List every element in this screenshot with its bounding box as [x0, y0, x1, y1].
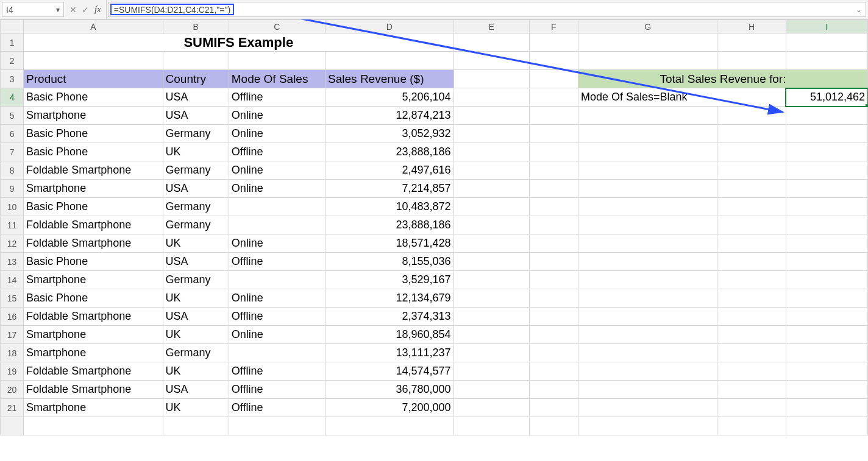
row-header[interactable]: 3: [1, 70, 24, 88]
cell[interactable]: [163, 52, 229, 70]
cell[interactable]: [454, 289, 529, 308]
row-header[interactable]: 6: [1, 125, 24, 143]
cell-product[interactable]: Smartphone: [24, 344, 163, 362]
cell[interactable]: [717, 326, 786, 344]
cell[interactable]: [578, 271, 717, 289]
cell-country[interactable]: USA: [163, 107, 229, 125]
cell[interactable]: [578, 234, 717, 253]
cell[interactable]: [786, 52, 867, 70]
cell[interactable]: [786, 344, 867, 362]
cell[interactable]: [24, 52, 163, 70]
row-header[interactable]: 17: [1, 326, 24, 344]
cell[interactable]: [717, 180, 786, 198]
row-header[interactable]: 20: [1, 381, 24, 399]
cell-mode[interactable]: [229, 271, 325, 289]
cell-product[interactable]: Basic Phone: [24, 289, 163, 308]
cell[interactable]: [529, 70, 578, 88]
cell[interactable]: [529, 308, 578, 326]
accept-icon[interactable]: ✓: [80, 5, 91, 15]
cell[interactable]: [529, 326, 578, 344]
cell-country[interactable]: USA: [163, 253, 229, 271]
cell-revenue[interactable]: 7,214,857: [326, 180, 454, 198]
cell[interactable]: [454, 344, 529, 362]
cell[interactable]: [578, 344, 717, 362]
cell[interactable]: [454, 88, 529, 107]
cell[interactable]: [529, 289, 578, 308]
cell[interactable]: [578, 143, 717, 161]
row-header[interactable]: 4: [1, 88, 24, 107]
cell[interactable]: [454, 125, 529, 143]
cell[interactable]: [578, 52, 717, 70]
cell[interactable]: [786, 271, 867, 289]
cell[interactable]: [717, 399, 786, 417]
formula-input[interactable]: =SUMIFS(D4:D21,C4:C21,"=") ⌄: [108, 2, 866, 17]
cell[interactable]: [529, 271, 578, 289]
cell-product[interactable]: Basic Phone: [24, 198, 163, 216]
col-header-D[interactable]: D: [326, 20, 454, 33]
cell-mode[interactable]: Offline: [229, 399, 325, 417]
cell-product[interactable]: Basic Phone: [24, 88, 163, 107]
cell[interactable]: [529, 52, 578, 70]
cell-mode[interactable]: Online: [229, 234, 325, 253]
cell-revenue[interactable]: 8,155,036: [326, 253, 454, 271]
cancel-icon[interactable]: ✕: [68, 5, 79, 15]
cell-revenue[interactable]: 5,206,104: [326, 88, 454, 107]
cell-revenue[interactable]: 3,052,932: [326, 125, 454, 143]
cell[interactable]: [717, 381, 786, 399]
cell[interactable]: [786, 125, 867, 143]
cell[interactable]: [326, 417, 454, 435]
cell[interactable]: [717, 161, 786, 180]
row-header[interactable]: 9: [1, 180, 24, 198]
cell-revenue[interactable]: 2,374,313: [326, 308, 454, 326]
cell-revenue[interactable]: 14,574,577: [326, 362, 454, 381]
row-header[interactable]: 10: [1, 198, 24, 216]
cell-product[interactable]: Foldable Smartphone: [24, 234, 163, 253]
cell[interactable]: [786, 161, 867, 180]
cell[interactable]: [529, 180, 578, 198]
row-header[interactable]: 8: [1, 161, 24, 180]
cell[interactable]: [454, 216, 529, 234]
cell[interactable]: [786, 417, 867, 435]
cell[interactable]: [454, 326, 529, 344]
cell[interactable]: [786, 289, 867, 308]
cell[interactable]: [717, 52, 786, 70]
col-header-I[interactable]: I: [786, 20, 867, 33]
cell-country[interactable]: UK: [163, 399, 229, 417]
cell[interactable]: [529, 253, 578, 271]
header-revenue[interactable]: Sales Revenue ($): [326, 70, 454, 88]
cell[interactable]: [454, 143, 529, 161]
cell[interactable]: [717, 125, 786, 143]
row-header[interactable]: 19: [1, 362, 24, 381]
cell[interactable]: [717, 253, 786, 271]
cell-product[interactable]: Smartphone: [24, 271, 163, 289]
cell[interactable]: [786, 381, 867, 399]
cell[interactable]: [454, 52, 529, 70]
cell-country[interactable]: Germany: [163, 216, 229, 234]
cell[interactable]: [529, 161, 578, 180]
cell-country[interactable]: USA: [163, 180, 229, 198]
cell[interactable]: [717, 216, 786, 234]
cell[interactable]: [454, 271, 529, 289]
cell-mode[interactable]: Online: [229, 326, 325, 344]
col-header-H[interactable]: H: [717, 20, 786, 33]
cell[interactable]: [529, 362, 578, 381]
cell-country[interactable]: USA: [163, 381, 229, 399]
cell[interactable]: [529, 234, 578, 253]
cell-revenue[interactable]: 7,200,000: [326, 399, 454, 417]
cell[interactable]: [529, 88, 578, 107]
cell-country[interactable]: USA: [163, 308, 229, 326]
cell-product[interactable]: Foldable Smartphone: [24, 161, 163, 180]
cell-product[interactable]: Basic Phone: [24, 253, 163, 271]
cell[interactable]: [786, 399, 867, 417]
col-header-E[interactable]: E: [454, 20, 529, 33]
cell[interactable]: [717, 417, 786, 435]
cell[interactable]: [786, 107, 867, 125]
header-mode[interactable]: Mode Of Sales: [229, 70, 325, 88]
cell[interactable]: [454, 234, 529, 253]
cell-mode[interactable]: Offline: [229, 143, 325, 161]
cell[interactable]: [529, 143, 578, 161]
cell-product[interactable]: Basic Phone: [24, 125, 163, 143]
cell[interactable]: [578, 161, 717, 180]
cell-product[interactable]: Foldable Smartphone: [24, 381, 163, 399]
cell[interactable]: [529, 344, 578, 362]
